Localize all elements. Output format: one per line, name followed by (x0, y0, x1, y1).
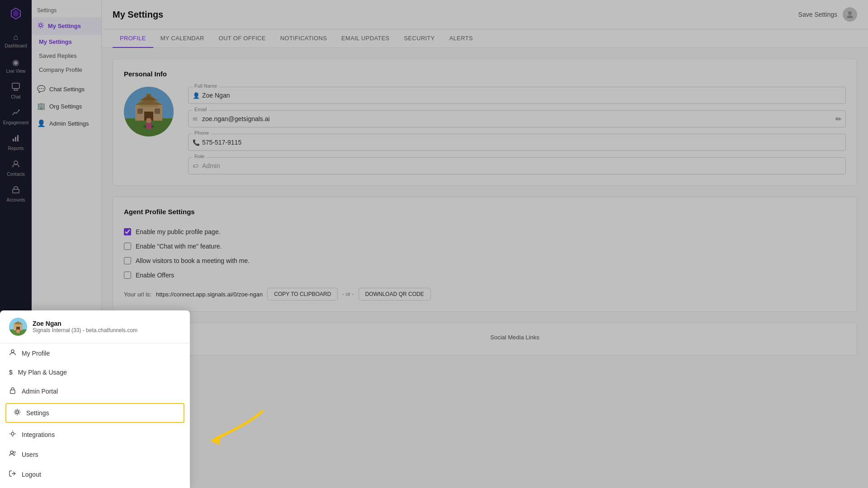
admin-portal-label: Admin Portal (22, 388, 58, 395)
person-icon (9, 349, 16, 358)
popup-user-header: Zoe Ngan Signals Internal (33) - beta.ch… (0, 310, 190, 343)
integrations-label: Integrations (22, 431, 55, 438)
popup-my-profile[interactable]: My Profile (0, 343, 190, 363)
popup-users[interactable]: Users (0, 445, 190, 465)
svg-rect-34 (10, 390, 15, 394)
lock-icon (9, 387, 16, 396)
popup-my-plan[interactable]: $ My Plan & Usage (0, 363, 190, 381)
my-plan-label: My Plan & Usage (18, 369, 67, 376)
svg-point-38 (14, 451, 15, 453)
svg-point-35 (16, 411, 19, 413)
svg-point-32 (16, 329, 20, 333)
popup-user-avatar (9, 318, 27, 336)
popup-logout[interactable]: Logout (0, 465, 190, 484)
popup-integrations[interactable]: Integrations (0, 425, 190, 445)
popup-admin-portal[interactable]: Admin Portal (0, 381, 190, 401)
svg-point-37 (10, 451, 13, 454)
logout-icon (9, 470, 16, 479)
popup-user-sub: Signals Internal (33) - beta.chatfunnels… (33, 327, 137, 333)
popup-settings[interactable]: Settings (5, 403, 184, 423)
popup-user-name: Zoe Ngan (33, 320, 137, 327)
svg-point-36 (11, 432, 14, 435)
logout-label: Logout (22, 471, 41, 478)
users-icon (9, 450, 16, 459)
svg-point-33 (11, 350, 14, 352)
popup-user-info: Zoe Ngan Signals Internal (33) - beta.ch… (33, 320, 137, 333)
settings-label: Settings (26, 409, 49, 417)
my-profile-label: My Profile (22, 350, 50, 357)
integrations-icon (9, 430, 16, 439)
popup-menu: Zoe Ngan Signals Internal (33) - beta.ch… (0, 310, 190, 488)
users-label: Users (22, 451, 38, 458)
dollar-icon: $ (9, 369, 13, 376)
settings-icon (14, 408, 21, 418)
